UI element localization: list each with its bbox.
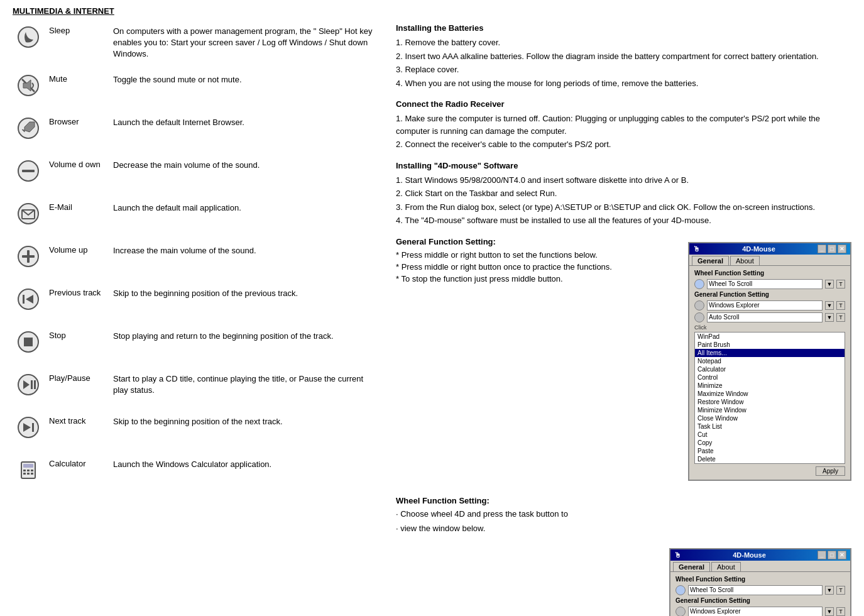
dialog1-gen-btn2b[interactable]: T (836, 313, 845, 322)
dialog1-tab-general[interactable]: General (692, 256, 729, 265)
radio-item-1: 1. Make sure the computer is turned off.… (396, 113, 851, 137)
dialog2-tab-general[interactable]: General (673, 562, 710, 571)
feature-name-volume-up: Volume up (44, 243, 113, 255)
dialog1-list-item-1[interactable]: WinPad (695, 333, 845, 341)
wheel-function-section: · Choose wheel 4D and press the task but… (396, 509, 851, 533)
dialog1-list-item-6[interactable]: Control (695, 373, 845, 382)
dialog2-tab-about[interactable]: About (711, 562, 741, 571)
dialog1-apply-button[interactable]: Apply (816, 466, 845, 476)
svg-rect-19 (34, 380, 36, 389)
dialog1-listbox[interactable]: WinPad Paint Brush All Items... Notepad … (694, 332, 845, 464)
wheel-function-title: Wheel Function Setting: (396, 496, 851, 505)
dialog2-tabs: General About (670, 561, 850, 572)
dialog1-titlebar: 🖱 4D-Mouse _ □ ✕ (689, 243, 850, 255)
dialog2-minimize-button[interactable]: _ (818, 551, 826, 559)
dialog1-gen-icon2 (694, 312, 704, 322)
dialog2-gen-btn1a[interactable]: ▼ (825, 607, 834, 616)
sleep-icon (13, 26, 44, 48)
dialog1-tab-about[interactable]: About (730, 256, 760, 265)
svg-rect-22 (32, 423, 34, 432)
dialog2-maximize-button[interactable]: □ (828, 551, 836, 559)
dialog1-wheel-label: Wheel Function Setting (694, 270, 845, 277)
feature-row-email: E-Mail Launch the default mail applicati… (13, 200, 377, 231)
svg-rect-29 (27, 473, 30, 475)
installing-batteries-title: Installing the Batteries (396, 23, 851, 33)
dialog1-maximize-button[interactable]: □ (828, 245, 836, 253)
feature-name-previous-track: Previous track (44, 285, 113, 297)
dialog2-wheel-row: Wheel To Scroll ▼ T (675, 585, 845, 595)
feature-row-play-pause: Play/Pause Start to play a CD title, con… (13, 371, 377, 402)
dialog1-gen-dropdown1[interactable]: Windows Explorer (707, 300, 823, 311)
dialog2-gen-btn1b[interactable]: T (836, 607, 845, 616)
software-item-1: 1. Start Windows 95/98/2000/NT4.0 and in… (396, 174, 851, 187)
dialog1-gen-btn1a[interactable]: ▼ (825, 301, 834, 310)
svg-point-0 (18, 27, 38, 47)
feature-desc-calculator: Launch the Windows Calculator applicatio… (113, 456, 377, 470)
previous-track-icon (13, 288, 44, 311)
connect-radio-body: 1. Make sure the computer is turned off.… (396, 113, 851, 151)
stop-icon (13, 331, 44, 353)
svg-rect-10 (27, 250, 30, 263)
dialog1-list-item-12[interactable]: Task List (695, 422, 845, 431)
feature-row-volume-down: Volume d own Decrease the main volume of… (13, 157, 377, 189)
dialog2-title-text: 4D-Mouse (733, 551, 766, 559)
feature-row-browser: Browser Launch the default Internet Brow… (13, 114, 377, 146)
dialog1-general-label: General Function Setting (694, 291, 845, 298)
svg-rect-12 (23, 295, 25, 304)
installing-software-title: Installing "4D-mouse" Software (396, 161, 851, 170)
dialog1-list-item-5[interactable]: Calculator (695, 365, 845, 373)
dialog2-wheel-icon (675, 585, 686, 595)
dialog1-gen-btn1b[interactable]: T (836, 301, 845, 310)
battery-item-1: 1. Remove the battery cover. (396, 36, 851, 49)
dialog1-list-item-7[interactable]: Minimize (695, 382, 845, 390)
play-pause-icon (13, 373, 44, 396)
feature-desc-volume-down: Decrease the main volume of the sound. (113, 157, 377, 171)
dialog1-click-label: Click (694, 324, 845, 331)
svg-rect-27 (31, 470, 33, 471)
dialog2-close-button[interactable]: ✕ (838, 551, 846, 559)
dialog1-list-item-14[interactable]: Copy (695, 439, 845, 447)
dialog1-list-item-9[interactable]: Restore Window (695, 398, 845, 406)
dialog1-wheel-btn1[interactable]: ▼ (825, 280, 834, 289)
battery-item-3: 3. Replace cover. (396, 63, 851, 76)
dialog1-gen-input2[interactable]: Auto Scroll (707, 312, 823, 322)
dialog2-wheel-btn1[interactable]: ▼ (825, 586, 834, 595)
dialog2-gen-icon1 (675, 607, 686, 617)
dialog1-list-item-2[interactable]: Paint Brush (695, 341, 845, 349)
dialog1-wheel-dropdown[interactable]: Wheel To Scroll (707, 279, 823, 289)
dialog1-minimize-button[interactable]: _ (818, 245, 826, 253)
svg-rect-15 (24, 338, 33, 346)
volume-down-icon (13, 160, 44, 182)
feature-name-volume-down: Volume d own (44, 157, 113, 169)
feature-row-previous-track: Previous track Skip to the beginning pos… (13, 285, 377, 317)
dialog2-gen-dropdown1[interactable]: Windows Explorer (688, 607, 823, 617)
feature-desc-mute: Toggle the sound mute or not mute. (113, 72, 377, 85)
dialog1-list-item-15[interactable]: Paste (695, 447, 845, 455)
dialog2-wheel-label: Wheel Function Setting (675, 576, 845, 583)
dialog1-list-item-4[interactable]: Notepad (695, 357, 845, 365)
feature-row-stop: Stop Stop playing and return to the begi… (13, 328, 377, 360)
dialog1-list-item-13[interactable]: Cut (695, 431, 845, 439)
dialog1-close-button[interactable]: ✕ (838, 245, 846, 253)
dialog1-apply-row: Apply (694, 466, 845, 476)
dialog2-container: 🖱 4D-Mouse _ □ ✕ General About Wheel Fun… (396, 543, 851, 617)
calculator-icon (13, 459, 44, 481)
dialog1-wheel-btn2[interactable]: T (836, 280, 845, 289)
right-panel: Installing the Batteries 1. Remove the b… (390, 23, 851, 616)
dialog1-list-item-16[interactable]: Delete (695, 455, 845, 463)
gen-bullet-1: * Press middle or right button to set th… (396, 250, 682, 260)
page-title: MULTIMEDIA & INTERNET (13, 6, 851, 16)
dialog1-tabs: General About (689, 255, 850, 266)
dialog1-list-item-3[interactable]: All Items... (695, 349, 845, 357)
gen-bullet-2: * Press middle or right button once to p… (396, 262, 682, 272)
dialog1-list-item-11[interactable]: Close Window (695, 414, 845, 422)
dialog2-wheel-btn2[interactable]: T (836, 586, 845, 595)
feature-desc-email: Launch the default mail application. (113, 200, 377, 214)
wheel-bullet-1: · Choose wheel 4D and press the task but… (396, 509, 851, 519)
general-function-text: General Function Setting: * Press middle… (396, 237, 682, 486)
dialog1-list-item-10[interactable]: Minimize Window (695, 406, 845, 414)
dialog1-list-item-8[interactable]: Maximize Window (695, 390, 845, 398)
general-function-section: General Function Setting: * Press middle… (396, 237, 851, 486)
dialog1-gen-btn2a[interactable]: ▼ (825, 313, 834, 322)
dialog2-wheel-dropdown[interactable]: Wheel To Scroll (688, 585, 823, 595)
